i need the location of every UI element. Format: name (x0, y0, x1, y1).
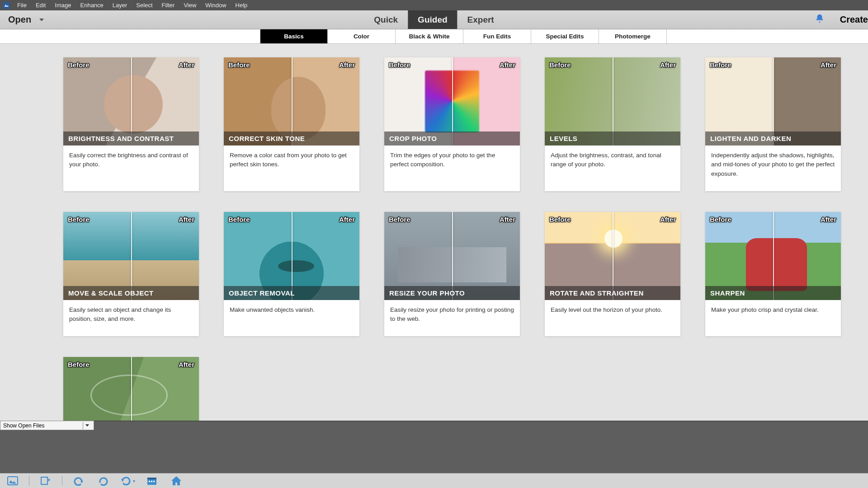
tool-options-icon[interactable] (38, 474, 54, 487)
guided-card-crop-photo[interactable]: BeforeAfterCROP PHOTOTrim the edges of y… (384, 57, 520, 191)
card-description: Easily correct the brightness and contra… (63, 145, 199, 182)
before-label: Before (68, 61, 90, 69)
guided-card-rotate-and-straighten[interactable]: BeforeAfterROTATE AND STRAIGHTENEasily l… (545, 212, 680, 337)
after-label: After (500, 216, 515, 223)
after-label: After (339, 216, 355, 223)
menu-enhance[interactable]: Enhance (76, 2, 108, 9)
card-preview: BeforeAfterCORRECT SKIN TONE (224, 57, 359, 145)
card-title: LEVELS (545, 131, 680, 145)
after-label: After (179, 61, 194, 69)
photo-bin-dropdown-label: Show Open Files (3, 422, 44, 429)
before-label: Before (68, 361, 90, 368)
guided-content: BeforeAfterBRIGHTNESS AND CONTRASTEasily… (0, 44, 868, 421)
redo-icon[interactable] (95, 474, 111, 487)
mode-tab-expert[interactable]: Expert (458, 10, 504, 29)
mode-tab-quick[interactable]: Quick (364, 10, 408, 29)
menubar: File Edit Image Enhance Layer Select Fil… (0, 0, 868, 10)
before-label: Before (549, 216, 571, 223)
card-title: BRIGHTNESS AND CONTRAST (63, 131, 199, 145)
card-preview: BeforeAfterRESIZE YOUR PHOTO (384, 212, 520, 300)
open-dropdown-icon[interactable] (39, 19, 44, 21)
guided-card-levels[interactable]: BeforeAfterLEVELSAdjust the brightness, … (545, 57, 680, 191)
after-label: After (179, 361, 194, 368)
svg-rect-6 (151, 481, 152, 482)
undo-icon[interactable] (71, 474, 87, 487)
photo-bin-dropdown[interactable]: Show Open Files (0, 421, 94, 430)
guided-card-resize-your-photo[interactable]: BeforeAfterRESIZE YOUR PHOTOEasily resiz… (384, 212, 520, 337)
before-label: Before (228, 216, 250, 223)
photo-bin: Show Open Files (0, 421, 868, 473)
before-label: Before (228, 61, 250, 69)
guided-subtabs: Basics Color Black & White Fun Edits Spe… (0, 29, 868, 44)
create-button[interactable]: Create (840, 14, 868, 25)
svg-rect-5 (149, 481, 150, 482)
menu-layer[interactable]: Layer (108, 2, 132, 9)
guided-card-vignette-effect[interactable]: BeforeAfterVIGNETTE EFFECT (63, 357, 199, 421)
guided-card-object-removal[interactable]: BeforeAfterOBJECT REMOVALMake unwanted o… (224, 212, 359, 337)
subtab-black-white[interactable]: Black & White (396, 29, 463, 43)
app-logo-icon (0, 0, 13, 10)
after-label: After (339, 61, 355, 69)
card-description: Remove a color cast from your photo to g… (224, 145, 359, 182)
card-preview: BeforeAfterLIGHTEN AND DARKEN (705, 57, 841, 145)
svg-rect-1 (8, 477, 18, 485)
menu-window[interactable]: Window (201, 2, 231, 9)
card-preview: BeforeAfterLEVELS (545, 57, 680, 145)
card-preview: BeforeAfterVIGNETTE EFFECT (63, 357, 199, 421)
before-label: Before (389, 61, 410, 69)
menu-view[interactable]: View (179, 2, 201, 9)
card-title: OBJECT REMOVAL (224, 286, 359, 300)
chevron-down-icon (83, 422, 91, 429)
card-title: RESIZE YOUR PHOTO (384, 286, 520, 300)
card-grid: BeforeAfterBRIGHTNESS AND CONTRASTEasily… (63, 57, 805, 421)
card-title: SHARPEN (705, 286, 841, 300)
menu-filter[interactable]: Filter (157, 2, 179, 9)
svg-rect-7 (153, 481, 155, 482)
photo-bin-icon[interactable] (5, 474, 21, 487)
card-title: ROTATE AND STRAIGHTEN (545, 286, 680, 300)
menu-select[interactable]: Select (132, 2, 157, 9)
card-title: MOVE & SCALE OBJECT (63, 286, 199, 300)
svg-rect-4 (147, 478, 156, 479)
card-preview: BeforeAfterOBJECT REMOVAL (224, 212, 359, 300)
subtab-special-edits[interactable]: Special Edits (531, 29, 599, 43)
card-description: Adjust the brightness, contrast, and ton… (545, 145, 680, 182)
separator (62, 476, 62, 486)
separator (29, 476, 29, 486)
guided-card-correct-skin-tone[interactable]: BeforeAfterCORRECT SKIN TONERemove a col… (224, 57, 359, 191)
card-title: CROP PHOTO (384, 131, 520, 145)
mode-tabs: Quick Guided Expert (364, 10, 504, 29)
guided-card-brightness-and-contrast[interactable]: BeforeAfterBRIGHTNESS AND CONTRASTEasily… (63, 57, 199, 191)
main-toolbar: Open Quick Guided Expert Create (0, 10, 868, 29)
card-description: Easily resize your photo for printing or… (384, 300, 520, 337)
menu-image[interactable]: Image (50, 2, 75, 9)
card-title: CORRECT SKIN TONE (224, 131, 359, 145)
after-label: After (660, 216, 676, 223)
mode-tab-guided[interactable]: Guided (408, 10, 457, 29)
card-description: Make unwanted objects vanish. (224, 300, 359, 335)
notifications-icon[interactable] (815, 14, 831, 26)
subtab-color[interactable]: Color (328, 29, 396, 43)
home-icon[interactable] (168, 474, 184, 487)
menu-edit[interactable]: Edit (31, 2, 50, 9)
guided-card-sharpen[interactable]: BeforeAfterSHARPENMake your photo crisp … (705, 212, 841, 337)
guided-card-move-scale-object[interactable]: BeforeAfterMOVE & SCALE OBJECTEasily sel… (63, 212, 199, 337)
menu-file[interactable]: File (13, 2, 31, 9)
card-description: Independently adjust the shadows, highli… (705, 145, 841, 191)
svg-rect-2 (41, 477, 47, 484)
subtab-basics[interactable]: Basics (260, 29, 328, 43)
after-label: After (500, 61, 515, 69)
guided-card-lighten-and-darken[interactable]: BeforeAfterLIGHTEN AND DARKENIndependent… (705, 57, 841, 191)
open-button[interactable]: Open (0, 10, 50, 29)
menu-help[interactable]: Help (231, 2, 252, 9)
rotate-icon[interactable]: ▾ (119, 474, 136, 487)
before-label: Before (710, 216, 731, 223)
after-label: After (660, 61, 676, 69)
after-label: After (821, 216, 836, 223)
card-title: LIGHTEN AND DARKEN (705, 131, 841, 145)
card-description: Make your photo crisp and crystal clear. (705, 300, 841, 335)
subtab-photomerge[interactable]: Photomerge (599, 29, 667, 43)
after-label: After (179, 216, 194, 223)
subtab-fun-edits[interactable]: Fun Edits (463, 29, 531, 43)
organizer-icon[interactable] (144, 474, 160, 487)
